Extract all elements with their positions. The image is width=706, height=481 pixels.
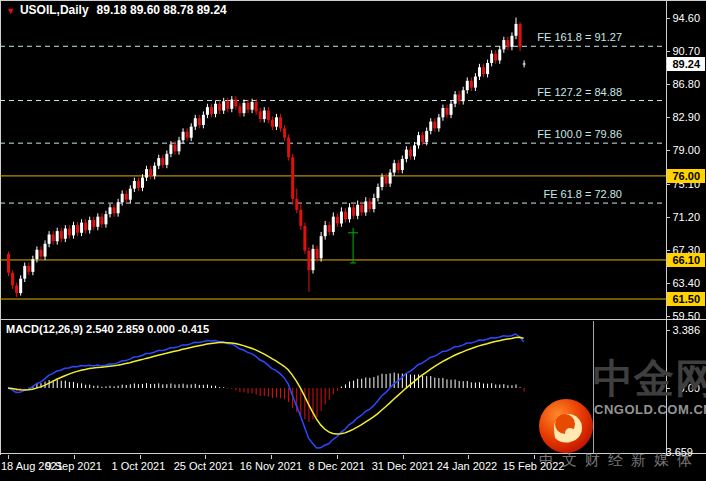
panel-separator[interactable]: [0, 319, 706, 320]
date-tick: [8, 455, 9, 459]
watermark-domain: CNGOLD.COM.CN: [594, 402, 706, 417]
price-tick: [666, 316, 670, 317]
date-tick: [140, 455, 141, 459]
fib-level-label: FE 100.0 = 79.86: [537, 128, 622, 140]
fib-level-label: FE 127.2 = 84.88: [537, 86, 622, 98]
fib-level-label: FE 61.8 = 72.80: [543, 188, 622, 200]
date-tick: [534, 455, 535, 459]
macd-tick: [666, 330, 670, 331]
cngold-logo-icon: [537, 397, 595, 455]
macd-scale-max: 3.386: [672, 323, 700, 337]
price-tick: [666, 283, 670, 284]
date-label: 1 Oct 2021: [112, 460, 166, 472]
price-tick-label: 63.40: [672, 276, 700, 290]
date-label: 16 Nov 2021: [240, 460, 302, 472]
level-price-box: 61.50: [667, 292, 705, 306]
price-tick-label: 79.00: [672, 143, 700, 157]
level-price-box: 76.00: [667, 169, 705, 183]
chart-title-symbol: USOIL,Daily: [20, 3, 89, 17]
price-tick: [666, 51, 670, 52]
date-label: 31 Dec 2021: [372, 460, 434, 472]
price-tick: [666, 117, 670, 118]
date-tick: [468, 455, 469, 459]
macd-main-line: [8, 334, 524, 448]
date-tick: [337, 455, 338, 459]
macd-histogram: [9, 373, 525, 422]
price-tick: [666, 18, 670, 19]
price-tick: [666, 150, 670, 151]
date-tick: [271, 455, 272, 459]
current-price-box: 89.24: [667, 57, 705, 71]
price-tick-label: 94.60: [672, 11, 700, 25]
date-tick: [74, 455, 75, 459]
date-label: 25 Oct 2021: [174, 460, 234, 472]
level-price-box: 66.10: [667, 253, 705, 267]
price-tick: [666, 217, 670, 218]
price-tick: [666, 250, 670, 251]
date-tick: [403, 455, 404, 459]
price-tick-label: 59.50: [672, 309, 700, 323]
fib-labels-layer: FE 161.8 = 91.27FE 127.2 = 84.88FE 100.0…: [0, 0, 666, 319]
price-tick-label: 71.20: [672, 210, 700, 224]
price-tick: [666, 184, 670, 185]
date-tick: [205, 455, 206, 459]
symbol-marker-icon: ▼: [6, 6, 15, 16]
chart-title: ▼USOIL,Daily89.18 89.60 88.78 89.24: [6, 3, 227, 17]
watermark-brand: 中金网: [593, 351, 706, 406]
macd-scale-min: -3.659: [662, 446, 693, 458]
chart-title-ohlc: 89.18 89.60 88.78 89.24: [97, 3, 227, 17]
date-label: 8 Dec 2021: [309, 460, 365, 472]
price-tick-label: 82.90: [672, 110, 700, 124]
macd-legend: MACD(12,26,9) 2.540 2.859 0.000 -0.415: [6, 323, 209, 335]
price-tick-label: 86.80: [672, 77, 700, 91]
chart-window: ▼USOIL,Daily89.18 89.60 88.78 89.24 FE 1…: [0, 0, 706, 481]
date-label: 24 Jan 2022: [437, 460, 498, 472]
date-label: 9 Sep 2021: [46, 460, 102, 472]
fib-level-label: FE 161.8 = 91.27: [537, 31, 622, 43]
price-tick: [666, 84, 670, 85]
